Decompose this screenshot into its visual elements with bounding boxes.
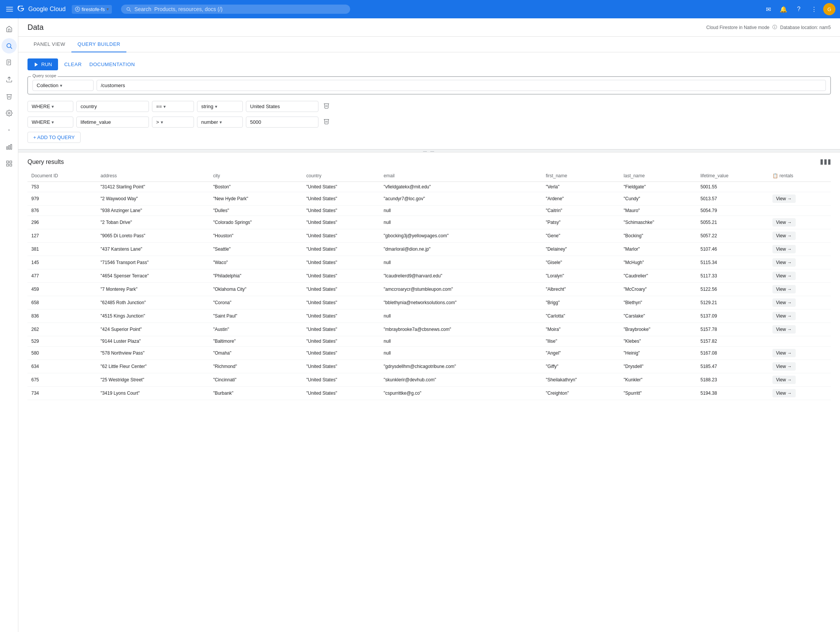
col-header-lifetime_value: lifetime_value (696, 170, 768, 182)
where-value-1[interactable] (246, 117, 318, 128)
view-button-8[interactable]: View → (772, 285, 796, 293)
view-button-1[interactable]: View → (772, 194, 796, 203)
col-header-email: email (380, 170, 542, 182)
where-operator-1[interactable]: > ▾ (152, 117, 194, 128)
email-icon[interactable]: ✉ (762, 3, 774, 15)
scope-path[interactable]: /customers (97, 80, 826, 91)
where-type-1[interactable]: number ▾ (197, 117, 243, 128)
clear-button[interactable]: CLEAR (63, 58, 83, 70)
sidebar-icon-docs[interactable] (2, 55, 17, 70)
cell-10-6: "Carslake" (620, 310, 696, 323)
where-clause-0[interactable]: WHERE ▾ (27, 101, 73, 112)
help-icon[interactable]: ? (793, 3, 805, 15)
page-title: Data (27, 23, 44, 32)
cell-14-4: "gdrysdellhm@chicagotribune.com" (380, 360, 542, 373)
view-button-16[interactable]: View → (772, 389, 796, 397)
view-button-4[interactable]: View → (772, 232, 796, 240)
scope-select[interactable]: Collection ▾ (32, 80, 94, 91)
search-input[interactable] (134, 6, 346, 12)
where-field-1[interactable] (76, 117, 149, 128)
cell-10-1: "4515 Kings Junction" (97, 310, 209, 323)
cell-5-5: "Delainey" (542, 243, 620, 256)
col-header-last_name: last_name (620, 170, 696, 182)
view-button-5[interactable]: View → (772, 245, 796, 253)
where-clause-1[interactable]: WHERE ▾ (27, 117, 73, 128)
cell-8-6: "McCroary" (620, 283, 696, 296)
sidebar-icon-dot: ● (2, 122, 17, 138)
view-button-10[interactable]: View → (772, 312, 796, 320)
header-right: Cloud Firestore in Native mode ⓘ Databas… (706, 24, 831, 31)
avatar[interactable]: G (823, 3, 835, 15)
more-options-icon[interactable]: ⋮ (808, 3, 820, 15)
tab-panel-view[interactable]: PANEL VIEW (27, 37, 71, 52)
search-bar[interactable] (121, 5, 350, 14)
help-info-icon[interactable]: ⓘ (772, 24, 777, 31)
view-button-7[interactable]: View → (772, 272, 796, 280)
main-content: Data Cloud Firestore in Native mode ⓘ Da… (18, 18, 840, 632)
where-delete-1[interactable] (321, 116, 331, 128)
col-header-Document ID: Document ID (27, 170, 97, 182)
cell-2-2: "Dulles" (209, 206, 302, 216)
notifications-icon[interactable]: 🔔 (777, 3, 790, 15)
cell-14-0: 634 (27, 360, 97, 373)
add-to-query-button[interactable]: + ADD TO QUERY (27, 132, 81, 143)
view-button-9[interactable]: View → (772, 298, 796, 307)
results-view-toggle[interactable] (820, 159, 831, 165)
table-row: 145"71546 Transport Pass""Waco""United S… (27, 256, 831, 269)
where-type-0[interactable]: string ▾ (197, 101, 243, 112)
where-delete-0[interactable] (321, 100, 331, 112)
query-area: RUN CLEAR DOCUMENTATION Query scope Coll… (18, 52, 840, 149)
svg-rect-1 (6, 9, 13, 10)
run-button[interactable]: RUN (27, 58, 58, 70)
where-operator-0[interactable]: == ▾ (152, 101, 194, 112)
results-table-body: 753"31412 Starling Point""Boston""United… (27, 182, 831, 400)
cell-10-4: null (380, 310, 542, 323)
where-field-0[interactable] (76, 101, 149, 112)
cell-15-2: "Cincinnati" (209, 373, 302, 387)
view-button-11[interactable]: View → (772, 325, 796, 334)
view-button-13[interactable]: View → (772, 349, 796, 357)
cell-0-view (769, 182, 831, 192)
sidebar-icon-home[interactable] (2, 21, 17, 37)
cell-10-3: "United States" (302, 310, 380, 323)
view-button-15[interactable]: View → (772, 376, 796, 384)
cell-9-5: "Brigg" (542, 296, 620, 310)
cell-0-5: "Verla" (542, 182, 620, 192)
cloud-firestore-info: Cloud Firestore in Native mode (706, 25, 769, 30)
col-header-country: country (302, 170, 380, 182)
cell-12-6: "Klebes" (620, 336, 696, 347)
query-buttons: RUN CLEAR DOCUMENTATION (27, 58, 831, 70)
svg-point-5 (7, 44, 11, 48)
sidebar-icon-settings[interactable] (2, 105, 17, 121)
cell-2-view (769, 206, 831, 216)
sidebar-icon-search[interactable] (2, 38, 17, 53)
cell-10-2: "Saint Paul" (209, 310, 302, 323)
table-row: 296"2 Toban Drive""Colorado Springs""Uni… (27, 216, 831, 229)
view-button-6[interactable]: View → (772, 258, 796, 267)
sidebar-icon-delete[interactable] (2, 89, 17, 104)
where-value-0[interactable] (246, 101, 318, 112)
view-button-3[interactable]: View → (772, 218, 796, 227)
sidebar-icon-upload[interactable] (2, 72, 17, 87)
sidebar-icon-chart[interactable] (2, 139, 17, 154)
cell-6-6: "McHugh" (620, 256, 696, 269)
cell-12-3: "United States" (302, 336, 380, 347)
cell-7-3: "United States" (302, 269, 380, 283)
cell-13-0: 580 (27, 347, 97, 360)
cell-8-5: "Albrecht" (542, 283, 620, 296)
divider-handle[interactable]: — — (18, 149, 840, 152)
svg-rect-17 (10, 161, 11, 163)
sidebar-icon-grid[interactable] (2, 156, 17, 171)
cell-11-4: "mbraybrooke7a@cbsnews.com" (380, 323, 542, 336)
cell-7-1: "4654 Spenser Terrace" (97, 269, 209, 283)
svg-rect-2 (6, 11, 13, 12)
hamburger-menu[interactable] (5, 4, 15, 14)
view-button-14[interactable]: View → (772, 362, 796, 371)
scope-chevron-icon: ▾ (60, 83, 62, 88)
results-area[interactable]: Query results Document IDaddresscitycoun… (18, 152, 840, 632)
cell-11-5: "Moira" (542, 323, 620, 336)
documentation-button[interactable]: DOCUMENTATION (88, 58, 136, 70)
tab-query-builder[interactable]: QUERY BUILDER (71, 37, 126, 52)
cell-8-4: "amccroarycr@stumbleupon.com" (380, 283, 542, 296)
project-selector[interactable]: firestofe-fs ▾ (72, 5, 112, 14)
